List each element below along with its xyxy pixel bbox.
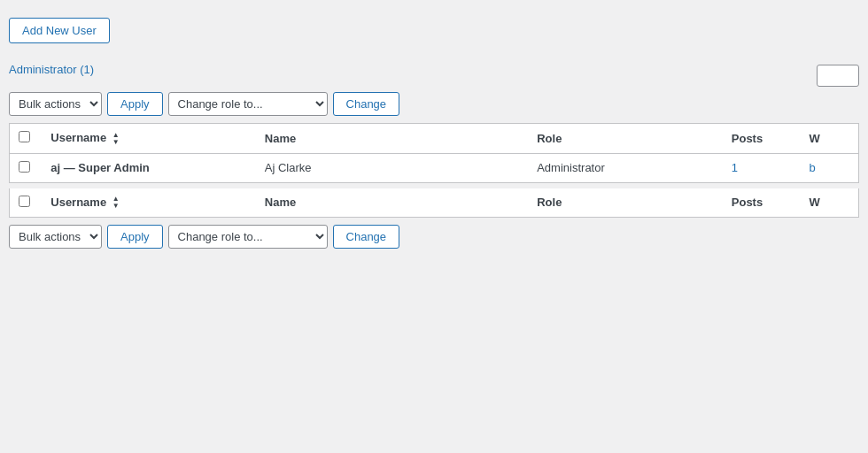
column-header-extra: W: [801, 124, 859, 154]
column-header-role-bottom: Role: [528, 188, 723, 218]
select-all-checkbox-bottom[interactable]: [19, 196, 30, 207]
administrator-filter-link[interactable]: Administrator (1): [9, 63, 94, 76]
role-select-bottom[interactable]: Change role to... Administrator Editor A…: [168, 225, 328, 249]
user-extra-cell: b: [801, 153, 859, 182]
users-table-footer-header: Username ▲▼ Name Role Posts W: [9, 188, 859, 219]
user-role-cell: Administrator: [528, 153, 723, 182]
column-header-role: Role: [528, 124, 723, 154]
posts-link[interactable]: 1: [732, 161, 738, 174]
search-input[interactable]: [817, 65, 859, 87]
column-header-username[interactable]: Username ▲▼: [42, 124, 256, 154]
row-checkbox[interactable]: [19, 161, 30, 173]
table-row: aj — Super Admin Aj Clarke Administrator…: [10, 153, 859, 182]
user-username-cell: aj — Super Admin: [42, 153, 256, 182]
extra-link[interactable]: b: [810, 161, 816, 174]
select-all-checkbox[interactable]: [19, 131, 30, 142]
change-button-top[interactable]: Change: [333, 92, 400, 116]
users-table: Username ▲▼ Name Role Posts W: [9, 123, 859, 183]
sort-arrows-username-bottom: ▲▼: [112, 196, 120, 210]
sort-arrows-username: ▲▼: [112, 132, 120, 146]
bulk-action-select-bottom[interactable]: Bulk actions Delete: [9, 225, 102, 249]
add-new-user-button[interactable]: Add New User: [9, 18, 110, 43]
role-select-top[interactable]: Change role to... Administrator Editor A…: [168, 92, 328, 116]
user-posts-cell: 1: [723, 153, 801, 182]
column-header-posts: Posts: [723, 124, 801, 154]
apply-button-bottom[interactable]: Apply: [107, 225, 163, 249]
change-button-bottom[interactable]: Change: [333, 225, 400, 249]
column-header-name-bottom: Name: [256, 188, 528, 218]
column-header-posts-bottom: Posts: [723, 188, 801, 218]
bulk-action-select-top[interactable]: Bulk actions Delete: [9, 92, 102, 116]
column-header-name: Name: [256, 124, 528, 154]
user-name-cell: Aj Clarke: [256, 153, 528, 182]
column-header-extra-bottom: W: [801, 188, 859, 218]
column-header-username-bottom[interactable]: Username ▲▼: [42, 188, 256, 218]
apply-button-top[interactable]: Apply: [107, 92, 163, 116]
bulk-bar-bottom: Bulk actions Delete Apply Change role to…: [9, 225, 859, 249]
bulk-bar-top: Bulk actions Delete Apply Change role to…: [9, 92, 859, 116]
